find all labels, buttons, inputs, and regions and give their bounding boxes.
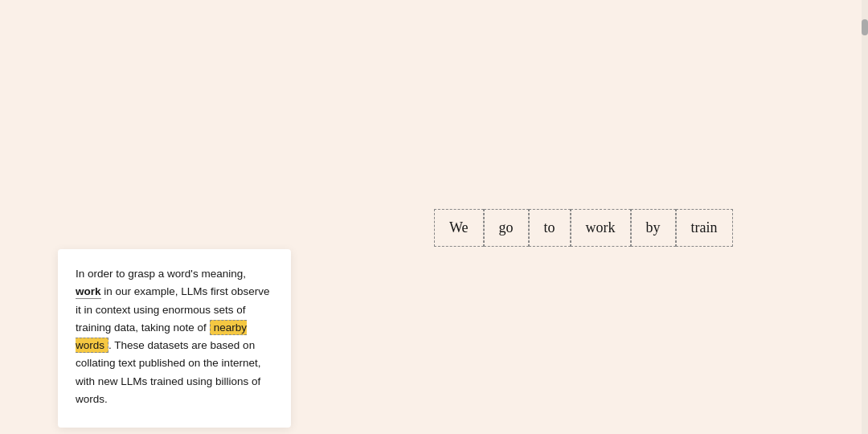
word-box-work: work <box>571 209 631 247</box>
highlighted-work: work <box>76 285 101 299</box>
word-box-train: train <box>676 209 733 247</box>
word-box-go: go <box>484 209 529 247</box>
info-card-text: In order to grasp a word's meaning, work… <box>76 265 273 408</box>
scrollbar-thumb[interactable] <box>862 19 868 35</box>
sentence-container: We go to work by train <box>434 209 733 247</box>
word-box-to: to <box>529 209 571 247</box>
info-card: In order to grasp a word's meaning, work… <box>58 249 291 428</box>
word-box-by: by <box>631 209 676 247</box>
scrollbar-track <box>862 0 868 434</box>
highlighted-nearby-words: nearby words <box>76 320 247 353</box>
word-box-we: We <box>434 209 484 247</box>
